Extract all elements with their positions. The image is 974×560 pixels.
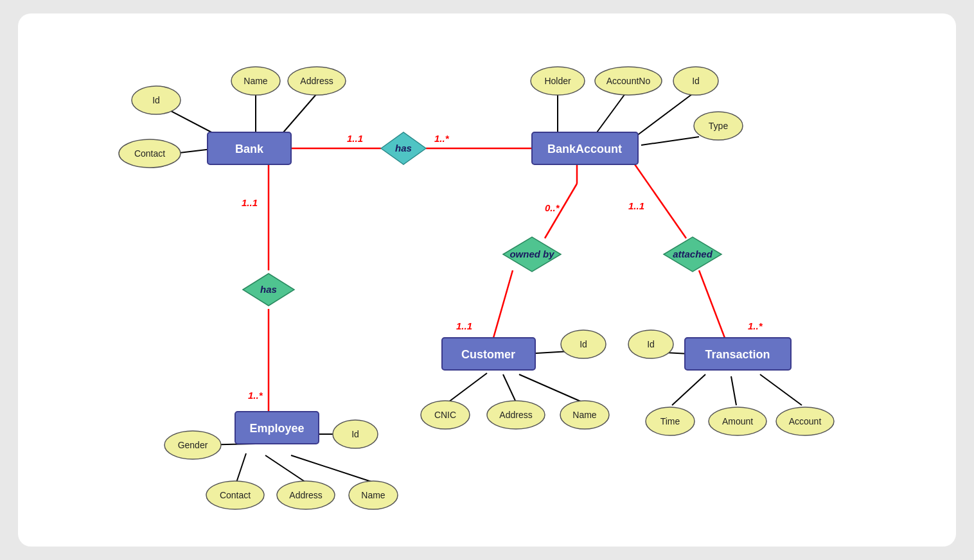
has2-label: has — [260, 284, 277, 295]
bank-label: Bank — [235, 143, 264, 155]
cust-address-text: Address — [499, 410, 532, 420]
svg-line-28 — [731, 376, 736, 405]
ba-id-text: Id — [692, 76, 700, 86]
svg-line-9 — [641, 137, 699, 145]
ba-accountno-text: AccountNo — [607, 76, 651, 86]
cust-id-text: Id — [580, 339, 587, 349]
trans-amount-text: Amount — [722, 416, 753, 426]
emp-contact-text: Contact — [220, 490, 251, 500]
bank-address-text: Address — [300, 76, 333, 86]
attached-label: attached — [673, 249, 713, 259]
svg-line-16 — [291, 455, 373, 482]
cust-cnic-text: CNIC — [434, 410, 456, 420]
bank-name-text: Name — [244, 76, 268, 86]
svg-line-19 — [493, 270, 513, 338]
emp-id-text: Id — [351, 429, 359, 439]
svg-line-21 — [699, 270, 725, 338]
bankaccount-label: BankAccount — [547, 143, 622, 155]
trans-id-text: Id — [647, 339, 655, 349]
trans-account-text: Account — [789, 416, 822, 426]
customer-label: Customer — [461, 348, 515, 361]
svg-line-25 — [519, 374, 582, 402]
svg-line-23 — [448, 373, 487, 402]
trans-time-text: Time — [660, 416, 680, 426]
emp-gender-text: Gender — [178, 440, 208, 450]
transaction-label: Transaction — [705, 348, 770, 361]
emp-address-text: Address — [289, 490, 322, 500]
employee-label: Employee — [249, 422, 304, 435]
card-attached-trans: 1..* — [748, 320, 763, 331]
cust-name-text: Name — [572, 410, 597, 420]
card-ba-attached: 1..1 — [628, 200, 644, 211]
has1-label: has — [395, 143, 412, 153]
ba-holder-text: Holder — [544, 76, 571, 86]
card-has-ba: 1..* — [434, 133, 450, 144]
svg-line-14 — [236, 453, 246, 482]
bank-contact-text: Contact — [134, 148, 165, 159]
diagram-canvas: has has owned by attached Bank BankAccou… — [18, 13, 956, 547]
card-bank-has2: 1..1 — [242, 197, 258, 208]
card-has2-emp: 1..* — [248, 390, 263, 401]
card-owned-cust: 1..1 — [456, 320, 472, 331]
svg-line-29 — [760, 374, 802, 405]
ba-type-text: Type — [709, 121, 729, 131]
svg-line-27 — [672, 374, 705, 405]
svg-line-15 — [265, 455, 306, 482]
emp-name-text: Name — [361, 490, 385, 500]
svg-line-24 — [503, 374, 516, 402]
ownedby-label: owned by — [509, 249, 554, 259]
card-bank-has: 1..1 — [347, 133, 363, 144]
card-ba-owned: 0..* — [545, 202, 560, 213]
bank-id-text: Id — [152, 95, 160, 105]
